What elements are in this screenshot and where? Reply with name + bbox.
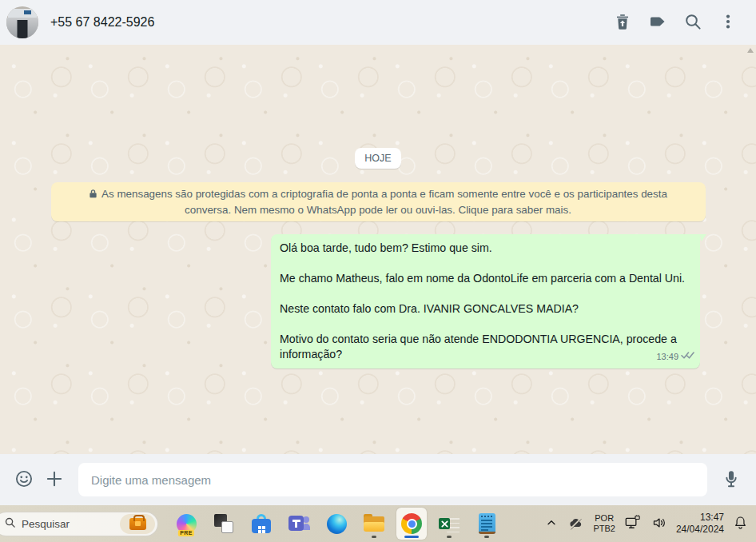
delivered-double-check-icon (681, 349, 694, 365)
date-divider: HOJE (355, 148, 400, 169)
system-tray: POR PTB2 (543, 505, 750, 542)
label-icon (648, 12, 667, 34)
excel-icon (439, 515, 460, 533)
chevron-up-icon (545, 516, 558, 532)
tray-time: 13:47 (676, 512, 724, 524)
volume-icon (651, 516, 667, 532)
whatsapp-window: +55 67 8422-5926 (0, 0, 756, 542)
language-code: POR (593, 513, 615, 524)
taskbar-notepad-button[interactable] (472, 508, 502, 540)
message-paragraph: Me chamo Matheus, falo em nome da Odonto… (280, 271, 692, 286)
windows-taskbar: PRE (0, 505, 756, 542)
search-highlight (120, 514, 155, 534)
composer-bar (0, 454, 756, 505)
trash-icon (613, 12, 632, 34)
tray-network-button[interactable] (623, 513, 643, 534)
task-view-icon (214, 514, 233, 533)
tray-overflow-button[interactable] (543, 515, 559, 533)
tray-notifications-button[interactable] (731, 513, 750, 534)
search-icon (4, 516, 16, 532)
active-indicator (404, 536, 419, 538)
running-indicator (484, 536, 489, 538)
outgoing-message-bubble[interactable]: Olá boa tarde, tudo bem? Estimo que sim.… (271, 234, 700, 369)
emoji-button[interactable] (13, 468, 35, 491)
contact-avatar[interactable] (6, 6, 38, 38)
message-meta: 13:49 (656, 349, 694, 365)
taskbar-microsoft-store-button[interactable] (246, 508, 277, 540)
microsoft-teams-icon (288, 515, 309, 532)
label-chat-button[interactable] (648, 13, 667, 32)
menu-kebab-icon (718, 12, 738, 34)
microphone-icon (721, 468, 742, 492)
message-input[interactable] (78, 463, 707, 496)
notepad-icon (479, 513, 495, 534)
chat-message-area: HOJE As mensagens são protegidas com a c… (0, 45, 756, 454)
message-paragraph: Olá boa tarde, tudo bem? Estimo que sim. (280, 241, 692, 256)
taskbar-file-explorer-button[interactable] (359, 508, 389, 540)
taskbar-edge-button[interactable] (321, 508, 352, 540)
header-actions (613, 13, 738, 32)
tray-volume-button[interactable] (650, 514, 669, 534)
network-display-icon (624, 515, 641, 532)
voice-message-button[interactable] (720, 468, 742, 491)
copilot-pre-badge: PRE (178, 530, 194, 536)
bubble-tail (700, 234, 706, 244)
lock-icon (89, 187, 97, 202)
tray-onedrive-button[interactable] (567, 514, 586, 534)
chat-menu-button[interactable] (718, 13, 738, 32)
search-in-chat-button[interactable] (683, 13, 702, 32)
taskbar-search-input[interactable] (22, 518, 95, 530)
notification-bell-icon (733, 515, 748, 532)
tray-clock[interactable]: 13:47 24/04/2024 (676, 512, 724, 536)
search-icon (683, 12, 702, 34)
taskbar-task-view-button[interactable] (209, 508, 239, 540)
taskbar-excel-button[interactable] (434, 508, 464, 540)
running-indicator (372, 536, 376, 538)
encryption-notice-text: As mensagens são protegidas com a cripto… (101, 188, 667, 216)
taskbar-search[interactable] (0, 512, 158, 536)
message-row: Olá boa tarde, tudo bem? Estimo que sim.… (0, 234, 756, 369)
encryption-notice[interactable]: As mensagens são protegidas com a cripto… (51, 182, 706, 221)
message-time: 13:49 (656, 349, 678, 365)
keyboard-layout: PTB2 (593, 524, 615, 534)
attach-button[interactable] (43, 468, 66, 491)
file-explorer-icon (364, 516, 384, 532)
running-indicator (447, 536, 452, 538)
message-paragraph: Motivo do contato seria que não atende E… (280, 332, 692, 362)
emoji-smiley-icon (14, 468, 34, 492)
chat-header: +55 67 8422-5926 (0, 0, 756, 45)
taskbar-chrome-button[interactable] (396, 508, 427, 540)
microsoft-store-icon (252, 514, 271, 533)
cloud-slash-icon (568, 516, 584, 532)
google-chrome-icon (401, 513, 422, 534)
tray-date: 24/04/2024 (676, 524, 724, 536)
tray-language-indicator[interactable]: POR PTB2 (593, 513, 615, 534)
microsoft-edge-icon (327, 514, 347, 534)
briefcase-icon (129, 518, 146, 530)
taskbar-app-icons: PRE (171, 508, 502, 540)
contact-name[interactable]: +55 67 8422-5926 (50, 15, 154, 30)
taskbar-copilot-button[interactable]: PRE (171, 508, 201, 540)
plus-icon (44, 468, 65, 492)
taskbar-teams-button[interactable] (284, 508, 314, 540)
message-paragraph: Neste contato falo com Dra. IVANIR GONCA… (280, 301, 692, 317)
copilot-icon: PRE (177, 514, 197, 534)
delete-chat-button[interactable] (613, 13, 632, 32)
